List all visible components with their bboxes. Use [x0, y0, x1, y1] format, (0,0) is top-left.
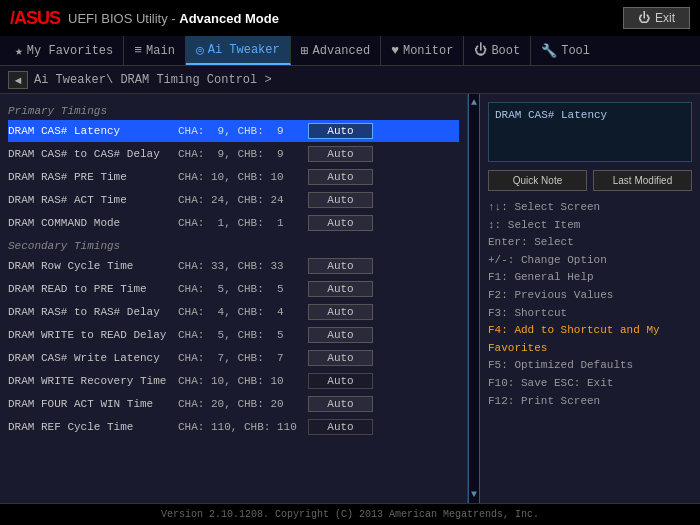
setting-control[interactable]: Auto — [308, 281, 373, 297]
setting-name: DRAM WRITE to READ Delay — [8, 329, 178, 341]
setting-name: DRAM RAS# ACT Time — [8, 194, 178, 206]
setting-value: CHA: 9, CHB: 9 — [178, 148, 308, 160]
grid-icon: ⊞ — [301, 43, 309, 59]
tool-icon: 🔧 — [541, 43, 557, 59]
setting-name: DRAM CAS# Write Latency — [8, 352, 178, 364]
help-text: DRAM CAS# Latency — [495, 109, 685, 121]
breadcrumb: Ai Tweaker\ DRAM Timing Control > — [34, 73, 272, 87]
quick-buttons: Quick Note Last Modified — [488, 170, 692, 191]
tweaker-icon: ◎ — [196, 42, 204, 58]
secondary-timings-label: Secondary Timings — [8, 240, 459, 252]
setting-value: CHA: 4, CHB: 4 — [178, 306, 308, 318]
header-title: UEFI BIOS Utility - Advanced Mode — [68, 11, 279, 26]
quick-note-button[interactable]: Quick Note — [488, 170, 587, 191]
star-icon: ★ — [15, 43, 23, 59]
setting-value: CHA: 33, CHB: 33 — [178, 260, 308, 272]
last-modified-button[interactable]: Last Modified — [593, 170, 692, 191]
setting-control[interactable]: Auto — [308, 327, 373, 343]
setting-control[interactable]: Auto — [308, 146, 373, 162]
shortcut-select-screen: ↑↓: Select Screen — [488, 199, 692, 217]
setting-value: CHA: 10, CHB: 10 — [178, 375, 308, 387]
shortcut-f4: F4: Add to Shortcut and My Favorites — [488, 322, 692, 357]
main-content: Primary Timings DRAM CAS# Latency CHA: 9… — [0, 94, 700, 503]
nav-label-advanced: Advanced — [313, 44, 371, 58]
nav-label-tool: Tool — [561, 44, 590, 58]
setting-name: DRAM REF Cycle Time — [8, 421, 178, 433]
setting-row-write-latency[interactable]: DRAM CAS# Write Latency CHA: 7, CHB: 7 A… — [8, 347, 459, 369]
exit-label: Exit — [655, 11, 675, 25]
setting-control[interactable]: Auto — [308, 215, 373, 231]
header: /ASUS UEFI BIOS Utility - Advanced Mode … — [0, 0, 700, 36]
help-text-box: DRAM CAS# Latency — [488, 102, 692, 162]
setting-name: DRAM READ to PRE Time — [8, 283, 178, 295]
setting-control[interactable]: Auto — [308, 192, 373, 208]
nav-label-favorites: My Favorites — [27, 44, 113, 58]
setting-name: DRAM CAS# Latency — [8, 125, 178, 137]
setting-name: DRAM FOUR ACT WIN Time — [8, 398, 178, 410]
nav-item-monitor[interactable]: ♥ Monitor — [381, 36, 464, 65]
setting-value: CHA: 5, CHB: 5 — [178, 329, 308, 341]
setting-value: CHA: 1, CHB: 1 — [178, 217, 308, 229]
setting-row-write-read[interactable]: DRAM WRITE to READ Delay CHA: 5, CHB: 5 … — [8, 324, 459, 346]
setting-value: CHA: 10, CHB: 10 — [178, 171, 308, 183]
shortcut-select-item: ↕: Select Item — [488, 217, 692, 235]
setting-control[interactable]: Auto — [308, 350, 373, 366]
setting-row-ras-pre[interactable]: DRAM RAS# PRE Time CHA: 10, CHB: 10 Auto — [8, 166, 459, 188]
monitor-icon: ♥ — [391, 43, 399, 58]
setting-row-row-cycle[interactable]: DRAM Row Cycle Time CHA: 33, CHB: 33 Aut… — [8, 255, 459, 277]
footer-text: Version 2.10.1208. Copyright (C) 2013 Am… — [161, 509, 539, 520]
nav-item-ai-tweaker[interactable]: ◎ Ai Tweaker — [186, 36, 291, 65]
setting-control[interactable]: Auto — [308, 123, 373, 139]
nav-item-boot[interactable]: ⏻ Boot — [464, 36, 531, 65]
setting-row-ras-ras[interactable]: DRAM RAS# to RAS# Delay CHA: 4, CHB: 4 A… — [8, 301, 459, 323]
setting-value: CHA: 9, CHB: 9 — [178, 125, 308, 137]
setting-value: CHA: 24, CHB: 24 — [178, 194, 308, 206]
setting-row-ref-cycle[interactable]: DRAM REF Cycle Time CHA: 110, CHB: 110 A… — [8, 416, 459, 438]
setting-control[interactable]: Auto — [308, 373, 373, 389]
shortcut-f2: F2: Previous Values — [488, 287, 692, 305]
shortcut-enter: Enter: Select — [488, 234, 692, 252]
shortcut-f12: F12: Print Screen — [488, 393, 692, 411]
back-button[interactable]: ◄ — [8, 71, 28, 89]
footer: Version 2.10.1208. Copyright (C) 2013 Am… — [0, 503, 700, 525]
shortcuts-panel: ↑↓: Select Screen ↕: Select Item Enter: … — [488, 199, 692, 410]
navigation-bar: ★ My Favorites ≡ Main ◎ Ai Tweaker ⊞ Adv… — [0, 36, 700, 66]
setting-control[interactable]: Auto — [308, 419, 373, 435]
setting-row-write-recovery[interactable]: DRAM WRITE Recovery Time CHA: 10, CHB: 1… — [8, 370, 459, 392]
boot-icon: ⏻ — [474, 43, 487, 58]
setting-control[interactable]: Auto — [308, 396, 373, 412]
nav-item-main[interactable]: ≡ Main — [124, 36, 186, 65]
setting-value: CHA: 5, CHB: 5 — [178, 283, 308, 295]
setting-name: DRAM WRITE Recovery Time — [8, 375, 178, 387]
setting-name: DRAM CAS# to CAS# Delay — [8, 148, 178, 160]
settings-panel: Primary Timings DRAM CAS# Latency CHA: 9… — [0, 94, 468, 503]
setting-row-four-act[interactable]: DRAM FOUR ACT WIN Time CHA: 20, CHB: 20 … — [8, 393, 459, 415]
shortcut-f1: F1: General Help — [488, 269, 692, 287]
setting-control[interactable]: Auto — [308, 258, 373, 274]
nav-label-main: Main — [146, 44, 175, 58]
nav-item-advanced[interactable]: ⊞ Advanced — [291, 36, 381, 65]
setting-control[interactable]: Auto — [308, 169, 373, 185]
setting-row-cas-latency[interactable]: DRAM CAS# Latency CHA: 9, CHB: 9 Auto — [8, 120, 459, 142]
setting-name: DRAM RAS# PRE Time — [8, 171, 178, 183]
setting-row-ras-act[interactable]: DRAM RAS# ACT Time CHA: 24, CHB: 24 Auto — [8, 189, 459, 211]
setting-row-read-pre[interactable]: DRAM READ to PRE Time CHA: 5, CHB: 5 Aut… — [8, 278, 459, 300]
setting-row-cmd-mode[interactable]: DRAM COMMAND Mode CHA: 1, CHB: 1 Auto — [8, 212, 459, 234]
nav-label-boot: Boot — [491, 44, 520, 58]
primary-timings-label: Primary Timings — [8, 105, 459, 117]
nav-label-monitor: Monitor — [403, 44, 453, 58]
shortcut-f3: F3: Shortcut — [488, 305, 692, 323]
setting-control[interactable]: Auto — [308, 304, 373, 320]
power-icon: ⏻ — [638, 11, 650, 25]
exit-button[interactable]: ⏻ Exit — [623, 7, 690, 29]
scroll-up-arrow[interactable]: ▲ — [468, 94, 480, 111]
scroll-down-arrow[interactable]: ▼ — [468, 486, 480, 503]
shortcut-f10: F10: Save ESC: Exit — [488, 375, 692, 393]
setting-name: DRAM Row Cycle Time — [8, 260, 178, 272]
nav-item-favorites[interactable]: ★ My Favorites — [5, 36, 124, 65]
list-icon: ≡ — [134, 43, 142, 58]
nav-item-tool[interactable]: 🔧 Tool — [531, 36, 600, 65]
setting-row-cas-delay[interactable]: DRAM CAS# to CAS# Delay CHA: 9, CHB: 9 A… — [8, 143, 459, 165]
nav-label-ai-tweaker: Ai Tweaker — [208, 43, 280, 57]
setting-value: CHA: 110, CHB: 110 — [178, 421, 308, 433]
